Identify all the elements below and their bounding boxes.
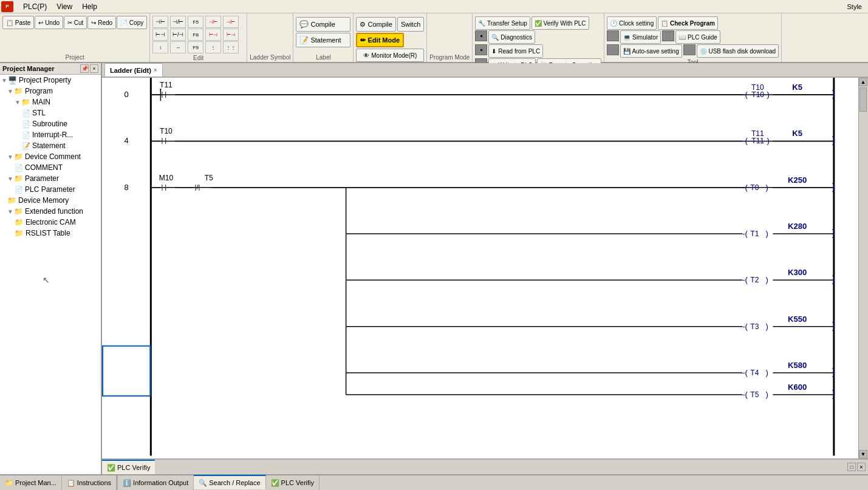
- tab-close-button[interactable]: ×: [154, 67, 157, 73]
- panel-float-button[interactable]: □: [847, 463, 856, 471]
- status-tab-instructions[interactable]: 📋 Instructions: [62, 475, 117, 490]
- ladder-icon-9[interactable]: ⊢⊣: [205, 29, 221, 41]
- tree-item-device-memory[interactable]: 📁 Device Memory: [0, 195, 101, 206]
- ladder-icon-10[interactable]: ⊢⊣: [223, 29, 239, 41]
- tree-item-plc-parameter[interactable]: 📄 PLC Parameter: [0, 184, 101, 195]
- tree-item-project-property[interactable]: ▼ 🖥️ Project Property: [0, 75, 101, 86]
- verify-plc-button[interactable]: ✅ Verify With PLC: [531, 16, 589, 30]
- tool-icon-3: [607, 44, 619, 55]
- ladder-icon-13[interactable]: F9: [188, 41, 203, 53]
- editor-tab[interactable]: Ladder (Eidt) ×: [104, 63, 163, 77]
- menu-plc[interactable]: PLC(P): [18, 0, 52, 13]
- status-tab-search-replace[interactable]: 🔍 Search / Replace: [194, 475, 265, 489]
- undo-button[interactable]: ↩ Undo: [35, 16, 63, 29]
- edit-mode-button[interactable]: ✏ Edit Mode: [356, 33, 404, 47]
- ladder-icon-15[interactable]: ⋮⋮: [223, 41, 239, 53]
- online-icon-2: ▪: [475, 44, 487, 55]
- svg-text:4: 4: [125, 136, 129, 145]
- tree-item-subroutine[interactable]: 📄 Subroutine: [0, 118, 101, 129]
- transfer-setup-button[interactable]: 🔧 Transfer Setup: [475, 16, 530, 30]
- tree-item-parameter[interactable]: ▼ 📁 Parameter: [0, 173, 101, 184]
- cut-button[interactable]: ✂ Cut: [64, 16, 87, 29]
- panel-close-button[interactable]: ×: [90, 64, 98, 73]
- panel-close-bottom-button[interactable]: ×: [857, 463, 866, 471]
- menu-view[interactable]: View: [52, 0, 77, 13]
- svg-text:T5: T5: [205, 174, 213, 182]
- status-tab-project-man[interactable]: 📁 Project Man...: [0, 475, 62, 490]
- ladder-icon-4[interactable]: ⊣⊢: [205, 16, 221, 28]
- ladder-icon-12[interactable]: ↔: [170, 41, 186, 53]
- ladder-icon-14[interactable]: ⋮: [205, 41, 221, 53]
- svg-text:): ): [832, 134, 835, 145]
- tree-item-main[interactable]: ▼ 📁 MAIN: [0, 97, 101, 107]
- diagnostics-button[interactable]: 🔍 Diagnostics: [488, 30, 535, 44]
- tab-label: Ladder (Eidt): [110, 67, 151, 74]
- statement-button[interactable]: 📝 Statement: [296, 33, 350, 47]
- tree-item-program[interactable]: ▼ 📁 Program: [0, 86, 101, 97]
- comment-button[interactable]: 💬 Compile: [296, 17, 350, 32]
- read-from-plc-button[interactable]: ⬇ Read from PLC: [488, 44, 543, 58]
- switch-button[interactable]: Switch: [397, 17, 424, 32]
- svg-text:T3: T3: [750, 322, 759, 331]
- plc-verifiy-tab[interactable]: ✅ PLC Verifiy: [102, 460, 155, 474]
- online-icon-1: ▪: [475, 30, 487, 41]
- autosave-button[interactable]: 💾 Auto-save setting: [620, 44, 682, 58]
- copy-button[interactable]: 📄 Copy: [117, 16, 147, 29]
- ladder-icon-1[interactable]: ⊣⊢: [152, 16, 168, 28]
- tree-item-statement[interactable]: 📝 Statement: [0, 140, 101, 151]
- status-bar: 📁 Project Man... 📋 Instructions ℹ️ Infor…: [0, 474, 868, 490]
- svg-text:8: 8: [125, 183, 129, 192]
- section-label-label: Label: [296, 53, 350, 62]
- ladder-svg: 0 T11 | | T10 -( T10 ): [102, 78, 858, 458]
- svg-text:-(: -(: [742, 368, 748, 377]
- svg-text:-(: -(: [742, 90, 748, 99]
- tool-icon-4: [683, 44, 695, 55]
- svg-text:| |: | |: [161, 90, 166, 98]
- tree-item-device-comment[interactable]: ▼ 📁 Device Comment: [0, 151, 101, 162]
- scroll-up-button[interactable]: ▲: [859, 78, 867, 86]
- scroll-thumb[interactable]: [859, 87, 867, 112]
- svg-text:T0: T0: [750, 183, 759, 192]
- compile-button[interactable]: ⚙ Compile: [356, 17, 395, 32]
- ladder-icon-6[interactable]: ⊢⊣: [152, 29, 168, 41]
- svg-text:T11: T11: [751, 137, 764, 145]
- svg-text:-(: -(: [742, 136, 748, 145]
- tree-item-comment[interactable]: 📄 COMMENT: [0, 162, 101, 173]
- ladder-icon-3[interactable]: F5: [188, 16, 203, 28]
- scroll-down-button[interactable]: ▼: [859, 450, 867, 458]
- plcguide-button[interactable]: 📖 PLC Guide: [675, 30, 720, 44]
- tree-item-extended-function[interactable]: ▼ 📁 Extended function: [0, 206, 101, 217]
- vertical-scrollbar[interactable]: ▲ ▼: [858, 78, 868, 458]
- svg-text:T5: T5: [750, 390, 759, 399]
- svg-text:): ): [767, 136, 769, 145]
- ladder-icon-8[interactable]: F8: [188, 29, 203, 41]
- svg-text:K300: K300: [788, 268, 807, 277]
- check-program-button[interactable]: 📋 Check Program: [658, 16, 718, 30]
- svg-text:): ): [832, 366, 835, 377]
- usb-download-button[interactable]: 💿 USB flash disk download: [697, 44, 779, 58]
- ladder-icon-2[interactable]: ⊣/⊢: [170, 16, 186, 28]
- redo-button[interactable]: ↪ Redo: [87, 16, 116, 29]
- tree-item-rslist-table[interactable]: 📁 RSLIST Table: [0, 228, 101, 239]
- tree-item-stl[interactable]: 📄 STL: [0, 107, 101, 118]
- svg-text:): ): [765, 229, 768, 238]
- ladder-canvas[interactable]: 0 T11 | | T10 -( T10 ): [102, 78, 858, 458]
- svg-text:): ): [765, 275, 768, 284]
- menu-help[interactable]: Help: [77, 0, 102, 13]
- tree-item-electronic-cam[interactable]: 📁 Electronic CAM: [0, 217, 101, 228]
- simulator-button[interactable]: 💻 Simulator: [620, 30, 661, 44]
- paste-button[interactable]: 📋 Paste: [2, 16, 34, 29]
- ladder-icon-7[interactable]: ⊢/⊣: [170, 29, 186, 41]
- tree-item-interrupt[interactable]: 📄 Interrupt-R...: [0, 129, 101, 140]
- tool-icon-1: [607, 30, 619, 41]
- ladder-icon-11[interactable]: ↕: [152, 41, 168, 53]
- status-tab-information-output[interactable]: ℹ️ Information Output: [118, 475, 194, 490]
- monitor-mode-button[interactable]: 👁 Monitor Mode(R): [356, 49, 424, 62]
- svg-text:): ): [765, 390, 768, 399]
- clock-setting-button[interactable]: 🕐 Clock setting: [607, 16, 657, 30]
- svg-text:): ): [832, 388, 835, 399]
- panel-pin-button[interactable]: 📌: [80, 64, 89, 73]
- status-tab-plc-verifiy[interactable]: ✅ PLC Verifiy: [266, 475, 320, 490]
- cursor-area: ↖: [0, 275, 101, 324]
- ladder-icon-5[interactable]: ⊣⊢: [223, 16, 239, 28]
